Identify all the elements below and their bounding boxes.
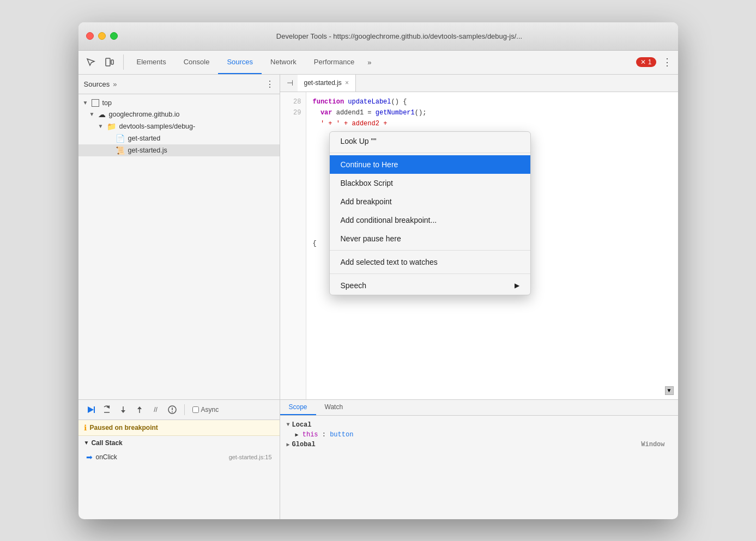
- tree-label-get-started: get-started: [128, 135, 161, 142]
- svg-rect-3: [94, 406, 95, 413]
- tree-label-top: top: [102, 99, 112, 107]
- left-panel: Sources » ⋮ ▼ top ▼ ☁ googlechrome: [78, 75, 280, 399]
- code-line-partial: ' + ' + addend2 +: [313, 118, 672, 129]
- keyword-function: function: [313, 98, 344, 106]
- bottom-left-panel: // Async ℹ Paused on breakpoint: [78, 400, 280, 519]
- tree-label-folder: devtools-samples/debug-: [119, 123, 196, 130]
- tab-sources[interactable]: Sources: [218, 51, 262, 74]
- tree-label-get-started-js: get-started.js: [128, 147, 167, 154]
- callstack-item-arrow: ➡: [86, 453, 93, 461]
- scope-tab-watch[interactable]: Watch: [316, 400, 352, 415]
- ctx-item-never-pause[interactable]: Never pause here: [330, 229, 530, 248]
- ctx-item-add-breakpoint[interactable]: Add breakpoint: [330, 192, 530, 211]
- scope-this-item: ▶ this : button: [287, 430, 672, 440]
- ctx-item-add-conditional[interactable]: Add conditional breakpoint...: [330, 211, 530, 229]
- tree-item-get-started-js[interactable]: 📜 get-started.js: [78, 144, 280, 156]
- resume-button[interactable]: [84, 403, 97, 416]
- devtools-toolbar: Elements Console Sources Network Perform…: [78, 51, 678, 75]
- tree-arrow-domain: ▼: [89, 111, 96, 117]
- sources-menu-button[interactable]: ⋮: [265, 79, 274, 89]
- tree-item-top[interactable]: ▼ top: [78, 98, 280, 108]
- scope-colon: :: [322, 431, 330, 439]
- folder-icon-top: [92, 99, 99, 107]
- tree-item-get-started[interactable]: 📄 get-started: [78, 132, 280, 144]
- step-into-button[interactable]: [117, 403, 130, 416]
- tree-label-domain: googlechrome.github.io: [109, 111, 180, 118]
- minimize-button[interactable]: [98, 32, 106, 40]
- editor-tab-get-started-js[interactable]: get-started.js ×: [298, 75, 356, 92]
- file-icon-js: 📜: [116, 146, 125, 155]
- step-out-button[interactable]: [133, 403, 146, 416]
- callstack-fn-onclick: ➡ onClick: [86, 453, 117, 461]
- ctx-sep-1: [330, 153, 530, 153]
- editor-nav-button[interactable]: ⊣: [282, 75, 298, 90]
- ctx-item-look-up[interactable]: Look Up "": [330, 132, 530, 150]
- scope-local-header[interactable]: ▼ Local: [287, 420, 672, 430]
- scope-window-label: Window: [641, 441, 671, 448]
- scope-global-label: Global: [292, 441, 316, 448]
- scroll-to-bottom-button[interactable]: ▼: [665, 386, 674, 395]
- scope-this-arrow: ▶: [295, 432, 299, 438]
- folder-icon: 📁: [107, 122, 116, 131]
- sources-panel-label: Sources: [84, 80, 110, 88]
- pause-on-exceptions-button[interactable]: [166, 403, 179, 416]
- ctx-item-continue-here[interactable]: Continue to Here: [330, 155, 530, 174]
- scope-local-label: Local: [292, 421, 312, 429]
- paused-icon: ℹ: [84, 423, 87, 432]
- ctx-item-add-watches[interactable]: Add selected text to watches: [330, 253, 530, 271]
- close-button[interactable]: [86, 32, 94, 40]
- paused-text: Paused on breakpoint: [90, 424, 158, 431]
- ctx-speech-label: Speech: [341, 281, 366, 290]
- inspect-icon[interactable]: [83, 54, 98, 70]
- fn-call-1: getNumber1: [376, 109, 415, 117]
- tab-performance[interactable]: Performance: [305, 51, 363, 74]
- deactivate-breakpoints-button[interactable]: //: [149, 403, 162, 416]
- tree-item-domain[interactable]: ▼ ☁ googlechrome.github.io: [78, 108, 280, 120]
- file-tree: ▼ top ▼ ☁ googlechrome.github.io ▼ 📁: [78, 94, 280, 399]
- sources-more-button[interactable]: »: [113, 80, 117, 88]
- right-panel: ⊣ get-started.js × 28 29 function update…: [280, 75, 678, 399]
- tab-network[interactable]: Network: [262, 51, 305, 74]
- tab-elements[interactable]: Elements: [128, 51, 175, 74]
- svg-marker-7: [121, 410, 125, 413]
- device-icon[interactable]: [101, 54, 117, 70]
- scope-global-header[interactable]: ▶ Global Window: [287, 440, 672, 449]
- scope-tabs: Scope Watch: [280, 400, 678, 416]
- line-num-28: 28: [280, 96, 306, 107]
- maximize-button[interactable]: [110, 32, 118, 40]
- async-input[interactable]: [192, 406, 199, 413]
- ctx-sep-2: [330, 250, 530, 251]
- code-line-29: var addend1 = getNumber1();: [313, 107, 672, 118]
- scope-tab-scope[interactable]: Scope: [280, 400, 316, 415]
- kebab-menu-button[interactable]: ⋮: [661, 56, 674, 69]
- step-over-button[interactable]: [100, 403, 113, 416]
- editor-tabs: ⊣ get-started.js ×: [280, 75, 678, 92]
- error-badge[interactable]: ✕ 1: [636, 57, 656, 67]
- scope-global-arrow: ▶: [287, 441, 290, 448]
- tab-console[interactable]: Console: [175, 51, 219, 74]
- titlebar: Developer Tools - https://googlechrome.g…: [78, 22, 678, 51]
- ctx-submenu-arrow: ▶: [515, 282, 519, 289]
- callstack-file-ref: get-started.js:15: [229, 454, 272, 460]
- scope-local-arrow: ▼: [287, 422, 290, 428]
- callstack-fn-name: onClick: [96, 453, 117, 461]
- scope-content: ▼ Local ▶ this : button ▶ Global Window: [280, 416, 678, 454]
- line-numbers: 28 29: [280, 92, 306, 399]
- error-x-icon: ✕: [640, 58, 646, 66]
- more-tabs-button[interactable]: »: [363, 51, 376, 74]
- callstack-item-onclick[interactable]: ➡ onClick get-started.js:15: [78, 450, 280, 464]
- ctx-item-speech[interactable]: Speech ▶: [330, 276, 530, 295]
- editor-area[interactable]: 28 29 function updateLabel() { var adden…: [280, 92, 678, 399]
- async-checkbox[interactable]: Async: [192, 406, 219, 414]
- error-count: 1: [648, 58, 652, 66]
- traffic-lights: [86, 32, 118, 40]
- code-line-28: function updateLabel() {: [313, 96, 672, 107]
- callstack-header[interactable]: ▼ Call Stack: [78, 436, 280, 450]
- ctx-item-blackbox[interactable]: Blackbox Script: [330, 174, 530, 192]
- svg-marker-2: [88, 406, 94, 413]
- window-title: Developer Tools - https://googlechrome.g…: [129, 32, 670, 40]
- toolbar-right: ✕ 1 ⋮: [636, 56, 674, 69]
- editor-tab-close-button[interactable]: ×: [345, 79, 349, 87]
- tree-item-folder[interactable]: ▼ 📁 devtools-samples/debug-: [78, 120, 280, 132]
- svg-marker-9: [137, 406, 142, 409]
